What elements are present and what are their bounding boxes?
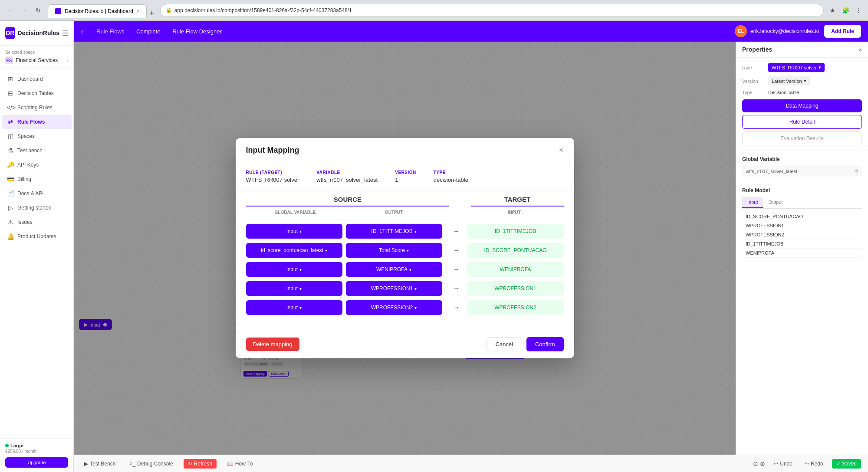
properties-title: Properties [742, 46, 772, 53]
global-var-btn-4[interactable]: input ▾ [246, 281, 342, 296]
selected-space-label: Selected space [5, 50, 68, 55]
sidebar-item-test-bench[interactable]: ⚗ Test bench [2, 144, 72, 157]
modal-close-button[interactable]: × [559, 146, 564, 155]
tab-title: DecisionRules.io | Dashboard [65, 8, 133, 14]
new-tab-button[interactable]: + [147, 9, 157, 18]
tab-close-button[interactable]: × [137, 9, 139, 14]
undo-button[interactable]: ↩ Undo [770, 459, 796, 469]
cancel-button[interactable]: Cancel [487, 337, 522, 351]
hamburger-menu[interactable]: ☰ [62, 29, 68, 37]
sidebar-item-label: Docs & API [17, 190, 44, 197]
arrow-3: → [446, 266, 467, 273]
section-headers: SOURCE TARGET [246, 190, 564, 206]
menu-button[interactable]: ⋮ [853, 5, 864, 16]
sidebar-item-label: Billing [17, 176, 31, 182]
version-prop-value[interactable]: Latest Version ▾ [768, 76, 810, 85]
sidebar-item-issues[interactable]: ⚠ Issues [2, 215, 72, 229]
output-btn-5[interactable]: WPROFESSION2 ▾ [346, 300, 442, 315]
sidebar-item-label: Getting started [17, 205, 52, 211]
modal-header: Input Mapping × [236, 138, 574, 163]
bottom-bar: ▶ Test Bench >_ Debug Console ↻ Refresh … [74, 455, 868, 472]
input-tab[interactable]: Input [742, 197, 763, 208]
sidebar-item-scripting-rules[interactable]: </> Scripting Rules [2, 101, 72, 115]
global-var-btn-5[interactable]: input ▾ [246, 300, 342, 315]
sidebar-item-product-updates[interactable]: 🔔 Product Updates [2, 229, 72, 243]
output-tab[interactable]: Output [763, 197, 788, 208]
right-panel-close-button[interactable]: × [858, 46, 862, 53]
sidebar-item-label: Product Updates [17, 233, 56, 239]
breadcrumb-sep-3: · [166, 28, 168, 35]
version-value-text: Latest Version [772, 79, 802, 84]
right-panel-header: Properties × [736, 42, 868, 58]
zoom-in-button[interactable]: ⊕ [760, 460, 765, 467]
right-panel: Properties × Rule WTFS_RR007 solver ▾ Ve… [736, 42, 868, 455]
home-icon[interactable]: ⌂ [81, 28, 84, 35]
sidebar-item-rule-flows[interactable]: ⇄ Rule Flows [2, 115, 72, 129]
refresh-label: Refresh [194, 461, 212, 467]
sidebar-item-billing[interactable]: 💳 Billing [2, 172, 72, 186]
version-dropdown-icon: ▾ [804, 78, 806, 84]
tab-favicon [55, 8, 61, 14]
data-mapping-panel-button[interactable]: Data Mapping [742, 99, 862, 112]
url-text: app.decisionrules.io/composition/1589e40… [174, 7, 352, 13]
modal-body: SOURCE TARGET GLOBAL VARIABLE OUTPUT INP… [236, 190, 574, 330]
output-btn-1[interactable]: ID_1TITTIMEJOB ▾ [346, 224, 442, 239]
sidebar-item-getting-started[interactable]: ▷ Getting started [2, 201, 72, 215]
sidebar-item-dashboard[interactable]: ⊞ Dashboard [2, 72, 72, 86]
output-btn-3[interactable]: WENIPROFA ▾ [346, 262, 442, 277]
sidebar-item-decision-tables[interactable]: ⊟ Decision Tables [2, 86, 72, 100]
output-btn-2[interactable]: Total Score ▾ [346, 243, 442, 258]
gear-icon[interactable]: ⚙ [854, 168, 858, 174]
canvas-area[interactable]: ▶ Input RULE Show data SC001 VARIABLE sc… [74, 42, 736, 455]
refresh-button[interactable]: ↻ Refresh [184, 459, 217, 469]
saved-label: Saved [842, 461, 857, 467]
app-layout: DR DecisionRules ☰ Selected space FS Fin… [0, 21, 868, 472]
sidebar-item-label: Decision Tables [17, 90, 54, 96]
bookmarks-button[interactable]: ★ [827, 5, 838, 16]
extensions-button[interactable]: 🧩 [840, 5, 851, 16]
confirm-button[interactable]: Confirm [526, 337, 564, 351]
test-bench-bottom-button[interactable]: ▶ Test Bench [81, 459, 119, 469]
sidebar-logo: DR DecisionRules ☰ [0, 21, 73, 46]
global-var-btn-1[interactable]: input ▾ [246, 224, 342, 239]
debug-console-button[interactable]: >_ Debug Console [126, 459, 176, 469]
modal-title: Input Mapping [246, 146, 299, 155]
sidebar-item-docs-api[interactable]: 📄 Docs & API [2, 187, 72, 200]
redo-button[interactable]: ↪ Redo [801, 459, 827, 469]
active-tab[interactable]: DecisionRules.io | Dashboard × [48, 4, 147, 18]
arrow-1: → [446, 227, 467, 235]
saved-indicator: ✓ Saved [832, 459, 861, 469]
rule-detail-panel-button[interactable]: Rule Detail [742, 115, 862, 129]
modal-overlay[interactable]: Input Mapping × RULE (TARGET) WTFS_RR007… [74, 42, 736, 455]
how-to-button[interactable]: 📖 How-To [224, 459, 256, 469]
rule-target-value: WTFS_RR007 solver [246, 177, 299, 183]
upgrade-button[interactable]: Upgrade [5, 457, 68, 468]
global-var-btn-2[interactable]: id_score_pontuacao_latest ▾ [246, 243, 342, 258]
type-prop-row: Type Decision Table [742, 90, 862, 95]
reload-button[interactable]: ↻ [32, 4, 44, 16]
rule-prop-value[interactable]: WTFS_RR007 solver ▾ [768, 63, 825, 72]
zoom-out-button[interactable]: ⊖ [753, 460, 758, 467]
type-value: decision-table [434, 177, 468, 183]
undo-label: Undo [780, 461, 792, 467]
sub-headers: GLOBAL VARIABLE OUTPUT INPUT [246, 206, 564, 220]
space-icon: FS [5, 56, 13, 64]
evaluation-results-panel-button[interactable]: Evaluation Results [742, 131, 862, 145]
output-btn-4[interactable]: WPROFESSION1 ▾ [346, 281, 442, 296]
undo-icon: ↩ [774, 461, 778, 467]
global-var-btn-3[interactable]: input ▾ [246, 262, 342, 277]
back-button[interactable]: ← [4, 4, 16, 16]
selected-space-item[interactable]: FS Financial Services › [5, 56, 68, 64]
target-tag-2: ID_SCORE_PONTUACAO [467, 243, 564, 258]
breadcrumb-rule-flows[interactable]: Rule Flows [96, 28, 124, 35]
sidebar-item-label: Spaces [17, 133, 35, 139]
spaces-icon: ◫ [7, 133, 14, 140]
sidebar-item-spaces[interactable]: ◫ Spaces [2, 129, 72, 143]
sidebar-item-api-keys[interactable]: 🔑 API Keys [2, 158, 72, 172]
delete-mapping-button[interactable]: Delete mapping [246, 338, 299, 351]
address-bar[interactable]: 🔒 app.decisionrules.io/composition/1589e… [160, 4, 824, 17]
add-rule-button[interactable]: Add Rule [824, 25, 861, 38]
forward-button[interactable]: → [18, 4, 30, 16]
designer-label: Rule Flow Designer [172, 28, 221, 35]
rule-value-text: WTFS_RR007 solver [772, 65, 817, 70]
